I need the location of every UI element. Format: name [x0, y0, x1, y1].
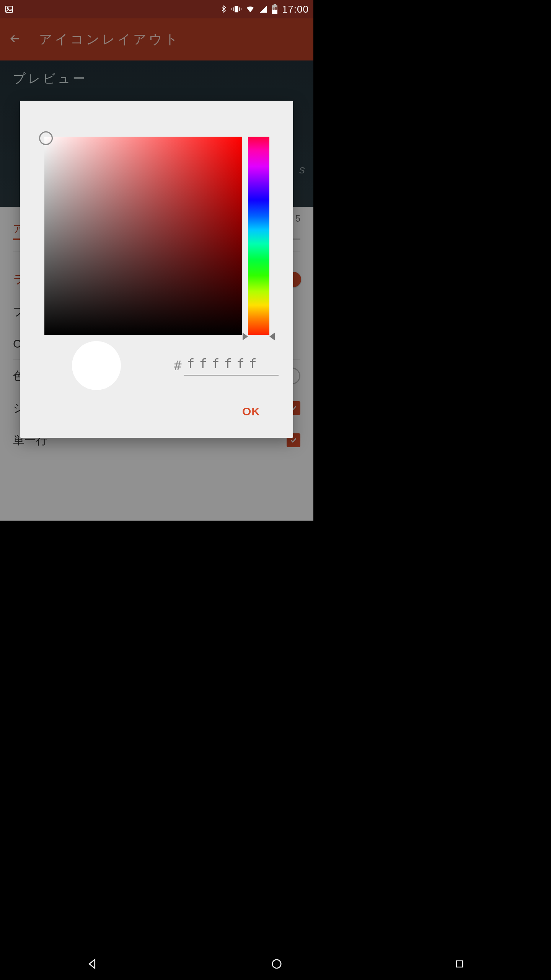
- signal-icon: [259, 5, 267, 13]
- svg-rect-3: [233, 7, 234, 11]
- hue-pointer-left-icon: [243, 333, 248, 340]
- svg-rect-6: [241, 8, 241, 10]
- svg-rect-2: [235, 6, 238, 13]
- svg-rect-5: [239, 7, 240, 11]
- vibrate-icon: [231, 5, 241, 14]
- saturation-value-field[interactable]: [44, 137, 242, 335]
- status-time: 17:00: [282, 3, 309, 15]
- hue-slider[interactable]: [248, 137, 269, 335]
- hue-pointer-right-icon: [269, 333, 275, 340]
- ok-button[interactable]: OK: [232, 399, 270, 424]
- status-bar: 56 17:00: [0, 0, 313, 18]
- sv-cursor[interactable]: [39, 131, 53, 145]
- color-picker-dialog: # OK: [20, 101, 293, 438]
- battery-percent: 56: [271, 7, 278, 11]
- battery-icon: 56: [271, 4, 278, 14]
- hex-input[interactable]: [184, 353, 279, 376]
- image-icon: [5, 5, 14, 14]
- color-preview: [72, 341, 121, 390]
- bluetooth-icon: [220, 5, 228, 14]
- svg-rect-8: [274, 4, 276, 5]
- hex-hash: #: [174, 358, 181, 373]
- svg-point-1: [7, 7, 8, 8]
- wifi-icon: [245, 5, 255, 13]
- svg-rect-4: [231, 8, 232, 10]
